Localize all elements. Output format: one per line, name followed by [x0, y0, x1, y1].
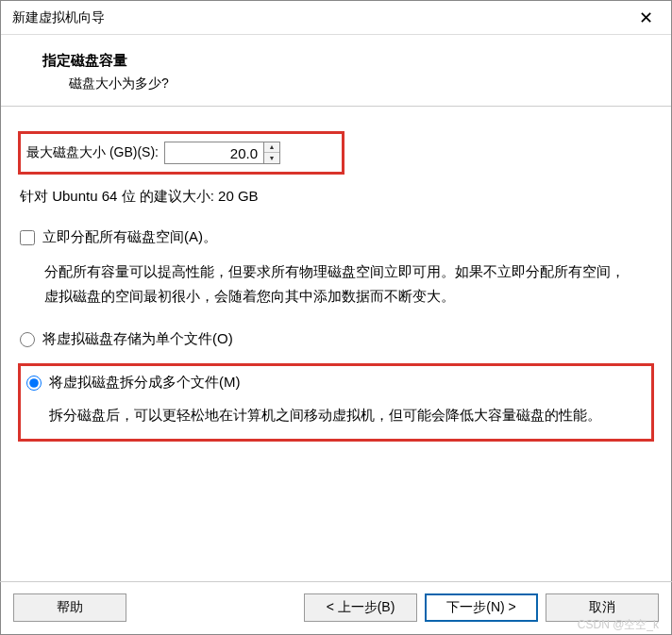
store-split-row: 将虚拟磁盘拆分成多个文件(M) — [26, 374, 646, 392]
wizard-footer: 帮助 < 上一步(B) 下一步(N) > 取消 — [0, 581, 672, 635]
spinner-down-icon[interactable]: ▼ — [264, 153, 279, 163]
wizard-header: 指定磁盘容量 磁盘大小为多少? — [1, 35, 671, 107]
store-single-radio[interactable] — [20, 332, 35, 347]
allocate-now-description: 分配所有容量可以提高性能，但要求所有物理磁盘空间立即可用。如果不立即分配所有空间… — [18, 254, 654, 330]
content-area: 最大磁盘大小 (GB)(S): ▲ ▼ 针对 Ubuntu 64 位 的建议大小… — [1, 107, 671, 451]
store-single-label[interactable]: 将虚拟磁盘存储为单个文件(O) — [42, 330, 233, 348]
recommended-size-text: 针对 Ubuntu 64 位 的建议大小: 20 GB — [20, 188, 654, 206]
spinner-up-icon[interactable]: ▲ — [264, 142, 279, 153]
disk-size-input[interactable] — [165, 142, 263, 163]
store-single-row: 将虚拟磁盘存储为单个文件(O) — [18, 330, 654, 348]
titlebar: 新建虚拟机向导 ✕ — [1, 1, 671, 35]
store-split-description: 拆分磁盘后，可以更轻松地在计算机之间移动虚拟机，但可能会降低大容量磁盘的性能。 — [26, 399, 646, 435]
max-disk-size-label: 最大磁盘大小 (GB)(S): — [26, 144, 159, 161]
window-title: 新建虚拟机向导 — [12, 9, 105, 26]
page-subtitle: 磁盘大小为多少? — [29, 75, 643, 92]
watermark-text: CSDN @空空_k — [578, 617, 659, 633]
back-button[interactable]: < 上一步(B) — [304, 593, 417, 622]
allocate-now-row: 立即分配所有磁盘空间(A)。 — [18, 228, 654, 246]
disk-size-spinner[interactable]: ▲ ▼ — [164, 142, 280, 164]
help-button[interactable]: 帮助 — [13, 593, 126, 622]
next-button[interactable]: 下一步(N) > — [425, 593, 538, 622]
store-split-group: 将虚拟磁盘拆分成多个文件(M) 拆分磁盘后，可以更轻松地在计算机之间移动虚拟机，… — [18, 363, 654, 442]
max-disk-size-group: 最大磁盘大小 (GB)(S): ▲ ▼ — [18, 131, 344, 175]
page-title: 指定磁盘容量 — [29, 52, 643, 70]
store-split-label[interactable]: 将虚拟磁盘拆分成多个文件(M) — [49, 374, 241, 392]
spinner-buttons: ▲ ▼ — [263, 142, 279, 163]
allocate-now-label[interactable]: 立即分配所有磁盘空间(A)。 — [42, 228, 217, 246]
store-split-radio[interactable] — [26, 376, 42, 391]
close-icon[interactable]: ✕ — [631, 8, 660, 28]
allocate-now-checkbox[interactable] — [20, 230, 35, 245]
